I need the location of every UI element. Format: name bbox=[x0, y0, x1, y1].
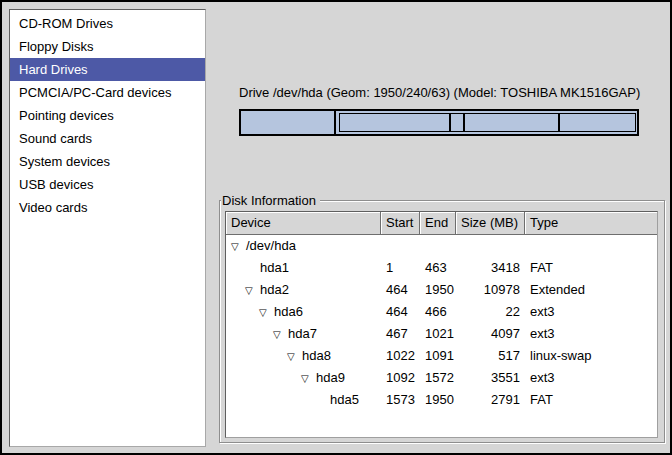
sidebar-item-system-devices[interactable]: System devices bbox=[10, 150, 205, 173]
type-cell: ext3 bbox=[525, 301, 657, 323]
device-label: hda7 bbox=[288, 326, 317, 341]
drive-title: Drive /dev/hda (Geom: 1950/240/63) (Mode… bbox=[239, 85, 649, 100]
device-cell: ▽hda2 bbox=[226, 279, 381, 301]
start-cell: 464 bbox=[381, 301, 420, 323]
tree-indent bbox=[231, 381, 301, 382]
tree-indent bbox=[231, 403, 315, 404]
expander-icon[interactable]: ▽ bbox=[231, 236, 246, 257]
end-cell bbox=[420, 235, 456, 257]
type-cell: ext3 bbox=[525, 367, 657, 389]
partition-segment-hda5 bbox=[560, 114, 635, 131]
type-cell: FAT bbox=[525, 257, 657, 279]
device-cell: ▽/dev/hda bbox=[226, 235, 381, 257]
sidebar-item-usb-devices[interactable]: USB devices bbox=[10, 173, 205, 196]
size-cell bbox=[456, 235, 525, 257]
size-cell: 3551 bbox=[456, 367, 525, 389]
disk-table: DeviceStartEndSize (MB)Type ▽/dev/hdahda… bbox=[225, 211, 658, 438]
disk-information-group: Disk Information DeviceStartEndSize (MB)… bbox=[219, 200, 665, 443]
sidebar-item-floppy-disks[interactable]: Floppy Disks bbox=[10, 35, 205, 58]
tree-indent bbox=[231, 315, 259, 316]
device-cell: hda5 bbox=[226, 389, 381, 411]
device-label: hda6 bbox=[274, 304, 303, 319]
start-cell bbox=[381, 235, 420, 257]
column-header-device[interactable]: Device bbox=[226, 212, 381, 234]
device-cell: ▽hda9 bbox=[226, 367, 381, 389]
start-cell: 467 bbox=[381, 323, 420, 345]
type-cell: ext3 bbox=[525, 323, 657, 345]
disk-table-header: DeviceStartEndSize (MB)Type bbox=[226, 212, 657, 235]
end-cell: 463 bbox=[420, 257, 456, 279]
table-row-hda8[interactable]: ▽hda810221091517linux-swap bbox=[226, 345, 657, 367]
table-row-dev-hda[interactable]: ▽/dev/hda bbox=[226, 235, 657, 257]
type-cell: FAT bbox=[525, 389, 657, 411]
device-cell: ▽hda8 bbox=[226, 345, 381, 367]
partition-segment-hda9 bbox=[465, 114, 560, 131]
partition-bar bbox=[239, 109, 639, 136]
tree-indent bbox=[231, 293, 245, 294]
sidebar-item-video-cards[interactable]: Video cards bbox=[10, 196, 205, 219]
end-cell: 1950 bbox=[420, 279, 456, 301]
column-header-end[interactable]: End bbox=[420, 212, 456, 234]
expander-icon[interactable]: ▽ bbox=[259, 302, 274, 323]
tree-indent bbox=[231, 337, 273, 338]
device-label: hda9 bbox=[316, 370, 345, 385]
type-cell: Extended bbox=[525, 279, 657, 301]
size-cell: 3418 bbox=[456, 257, 525, 279]
end-cell: 1091 bbox=[420, 345, 456, 367]
end-cell: 1572 bbox=[420, 367, 456, 389]
sidebar-item-pointing-devices[interactable]: Pointing devices bbox=[10, 104, 205, 127]
table-row-hda6[interactable]: ▽hda646446622ext3 bbox=[226, 301, 657, 323]
device-label: hda5 bbox=[330, 392, 359, 407]
tree-indent bbox=[231, 359, 287, 360]
start-cell: 1092 bbox=[381, 367, 420, 389]
expander-icon[interactable]: ▽ bbox=[287, 346, 302, 367]
start-cell: 1 bbox=[381, 257, 420, 279]
type-cell bbox=[525, 235, 657, 257]
device-label: /dev/hda bbox=[246, 238, 296, 253]
hardware-browser-window: CD-ROM DrivesFloppy DisksHard DrivesPCMC… bbox=[0, 0, 672, 455]
expander-icon[interactable]: ▽ bbox=[245, 280, 260, 301]
size-cell: 22 bbox=[456, 301, 525, 323]
expander-icon[interactable]: ▽ bbox=[301, 368, 316, 389]
size-cell: 10978 bbox=[456, 279, 525, 301]
table-row-hda5[interactable]: hda5157319502791FAT bbox=[226, 389, 657, 411]
end-cell: 1021 bbox=[420, 323, 456, 345]
start-cell: 1573 bbox=[381, 389, 420, 411]
sidebar-item-sound-cards[interactable]: Sound cards bbox=[10, 127, 205, 150]
size-cell: 517 bbox=[456, 345, 525, 367]
device-label: hda8 bbox=[302, 348, 331, 363]
table-row-hda1[interactable]: hda114633418FAT bbox=[226, 257, 657, 279]
partition-segment-hda8 bbox=[451, 114, 465, 131]
partition-divider-hda1 bbox=[334, 111, 336, 134]
tree-indent bbox=[231, 271, 245, 272]
partition-extended-hda2 bbox=[339, 113, 636, 132]
device-cell: ▽hda6 bbox=[226, 301, 381, 323]
table-row-hda7[interactable]: ▽hda746710214097ext3 bbox=[226, 323, 657, 345]
disk-table-body: ▽/dev/hdahda114633418FAT▽hda246419501097… bbox=[226, 235, 657, 411]
column-header-size-mb[interactable]: Size (MB) bbox=[456, 212, 525, 234]
end-cell: 466 bbox=[420, 301, 456, 323]
disk-information-label: Disk Information bbox=[221, 193, 320, 208]
column-header-type[interactable]: Type bbox=[525, 212, 657, 234]
end-cell: 1950 bbox=[420, 389, 456, 411]
type-cell: linux-swap bbox=[525, 345, 657, 367]
device-cell: ▽hda7 bbox=[226, 323, 381, 345]
table-row-hda9[interactable]: ▽hda9109215723551ext3 bbox=[226, 367, 657, 389]
sidebar-item-pcmcia-pc-card-devices[interactable]: PCMCIA/PC-Card devices bbox=[10, 81, 205, 104]
device-category-list: CD-ROM DrivesFloppy DisksHard DrivesPCMC… bbox=[9, 9, 206, 447]
device-cell: hda1 bbox=[226, 257, 381, 279]
table-row-hda2[interactable]: ▽hda2464195010978Extended bbox=[226, 279, 657, 301]
partition-segment-hda7 bbox=[341, 114, 451, 131]
start-cell: 464 bbox=[381, 279, 420, 301]
start-cell: 1022 bbox=[381, 345, 420, 367]
size-cell: 2791 bbox=[456, 389, 525, 411]
column-header-start[interactable]: Start bbox=[381, 212, 420, 234]
device-label: hda2 bbox=[260, 282, 289, 297]
expander-icon[interactable]: ▽ bbox=[273, 324, 288, 345]
device-label: hda1 bbox=[260, 260, 289, 275]
size-cell: 4097 bbox=[456, 323, 525, 345]
sidebar-item-hard-drives[interactable]: Hard Drives bbox=[10, 58, 205, 81]
sidebar-item-cd-rom-drives[interactable]: CD-ROM Drives bbox=[10, 12, 205, 35]
